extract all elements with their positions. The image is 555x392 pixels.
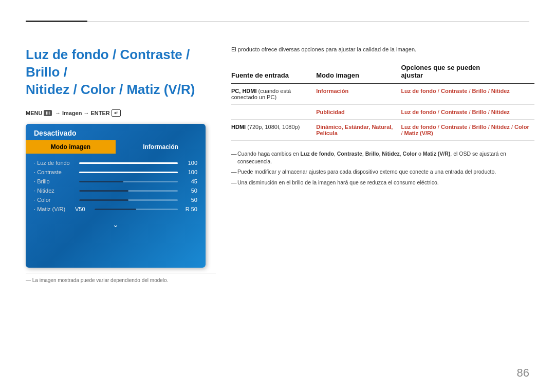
right-column: El producto ofrece diversas opciones par… [231,46,534,190]
table-row: HDMI (720p, 1080I, 1080p) Dinámico, Está… [231,120,534,141]
rule-dark [26,21,87,22]
slider-fill-luz-fondo [79,162,178,164]
label-brillo: Brillo [34,178,75,184]
slider-fill-matiz [95,209,136,210]
menu-icon: III [44,110,52,116]
value-matiz-left: V50 [75,206,90,212]
source-rest-3: (720p, 1080I, 1080p) [247,124,300,130]
td-options-2: Luz de fondo / Contraste / Brillo / Niti… [401,105,534,120]
options-link-2: Luz de fondo / Contraste / Brillo / Niti… [401,109,509,115]
menu-label: MENU [26,110,42,116]
td-mode-3: Dinámico, Estándar, Natural, Película [316,120,401,141]
tab-informacion[interactable]: Información [116,140,206,154]
rule-light [87,21,529,22]
page-number: 86 [517,366,529,380]
tv-row-color: Color 50 [34,197,197,203]
slider-brillo[interactable] [79,181,178,182]
enter-label: ENTER [90,110,109,116]
notes-section: Cuando haga cambios en Luz de fondo, Con… [231,150,534,186]
slider-matiz[interactable] [95,209,178,210]
td-source-2 [231,105,316,120]
tv-rows: Luz de fondo 100 Contraste 100 Bri [26,158,206,220]
tv-screen: Desactivado Modo imagen Información Luz … [26,124,206,268]
label-nitidez: Nitidez [34,188,75,194]
td-mode-2: Publicidad [316,105,401,120]
source-bold-3: HDMI [231,124,246,130]
slider-contraste[interactable] [79,172,178,173]
tv-row-brillo: Brillo 45 [34,178,197,184]
td-options-1: Luz de fondo / Contraste / Brillo / Niti… [401,84,534,105]
table-row: Publicidad Luz de fondo / Contraste / Br… [231,105,534,120]
mode-link-3: Dinámico, Estándar, Natural, Película [316,124,393,136]
arrow1: → [55,110,61,116]
tv-chevron[interactable]: ⌄ [26,220,206,232]
tv-header: Desactivado [26,124,206,140]
left-column: Luz de fondo / Contraste / Brillo / Niti… [26,46,216,283]
slider-fill-brillo [79,181,123,182]
td-source-3: HDMI (720p, 1080I, 1080p) [231,120,316,141]
value-matiz-right: R 50 [182,206,197,212]
th-options: Opciones que se pueden ajustar [401,62,534,84]
screen-note: La imagen mostrada puede variar dependie… [26,273,216,283]
td-mode-1: Información [316,84,401,105]
th-source: Fuente de entrada [231,62,316,84]
td-options-3: Luz de fondo / Contraste / Brillo / Niti… [401,120,534,141]
value-contraste: 100 [182,169,197,175]
slider-fill-color [79,199,128,201]
enter-icon: ↵ [112,109,121,117]
slider-luz-fondo[interactable] [79,162,178,164]
label-matiz: Matiz (V/R) [34,206,75,212]
label-color: Color [34,197,75,203]
tv-tabs: Modo imagen Información [26,140,206,154]
options-link-3: Luz de fondo / Contraste / Brillo / Niti… [401,124,529,136]
info-table: Fuente de entrada Modo imagen Opciones q… [231,62,534,141]
value-brillo: 45 [182,178,197,184]
td-source-1: PC, HDMI (cuando está conectado un PC) [231,84,316,105]
menu-path: MENU III → Imagen → ENTER ↵ [26,109,216,117]
value-luz-fondo: 100 [182,160,197,166]
table-row: PC, HDMI (cuando está conectado un PC) I… [231,84,534,105]
options-link-1: Luz de fondo / Contraste / Brillo / Niti… [401,88,509,94]
slider-color[interactable] [79,199,178,201]
tab-modo-imagen[interactable]: Modo imagen [26,140,116,154]
note-item-3: Una disminución en el brillo de la image… [231,179,534,186]
tv-row-luz-fondo: Luz de fondo 100 [34,160,197,166]
source-bold-1: PC, HDMI [231,88,257,94]
mode-link-2: Publicidad [316,109,345,115]
note-item-1: Cuando haga cambios en Luz de fondo, Con… [231,150,534,165]
slider-fill-contraste [79,172,178,173]
arrow2: → [83,110,89,116]
right-intro: El producto ofrece diversas opciones par… [231,46,534,52]
page-title: Luz de fondo / Contraste / Brillo / Niti… [26,46,216,98]
tv-row-matiz: Matiz (V/R) V50 R 50 [34,206,197,212]
value-color: 50 [182,197,197,203]
note-item-2: Puede modificar y almacenar ajustes para… [231,168,534,176]
label-luz-fondo: Luz de fondo [34,160,75,166]
slider-nitidez[interactable] [79,190,178,192]
tv-row-nitidez: Nitidez 50 [34,188,197,194]
label-contraste: Contraste [34,169,75,175]
mode-link-1: Información [316,88,348,94]
tv-row-contraste: Contraste 100 [34,169,197,175]
th-mode: Modo imagen [316,62,401,84]
slider-fill-nitidez [79,190,128,192]
imagen-label: Imagen [62,110,82,116]
value-nitidez: 50 [182,188,197,194]
page-container: Luz de fondo / Contraste / Brillo / Niti… [0,0,555,392]
top-rule [26,21,529,22]
